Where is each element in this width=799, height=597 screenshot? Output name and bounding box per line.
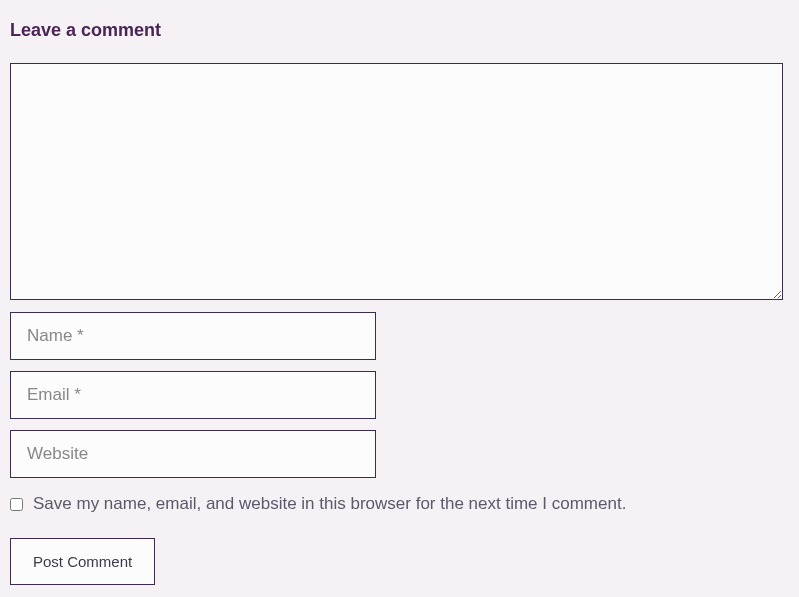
save-info-row: Save my name, email, and website in this…: [10, 494, 789, 514]
comment-form: Leave a comment Save my name, email, and…: [10, 20, 789, 585]
comment-textarea[interactable]: [10, 63, 783, 300]
save-info-label: Save my name, email, and website in this…: [33, 494, 626, 514]
name-input[interactable]: [10, 312, 376, 360]
email-input[interactable]: [10, 371, 376, 419]
post-comment-button[interactable]: Post Comment: [10, 538, 155, 585]
website-input[interactable]: [10, 430, 376, 478]
form-title: Leave a comment: [10, 20, 789, 41]
save-info-checkbox[interactable]: [10, 498, 23, 511]
